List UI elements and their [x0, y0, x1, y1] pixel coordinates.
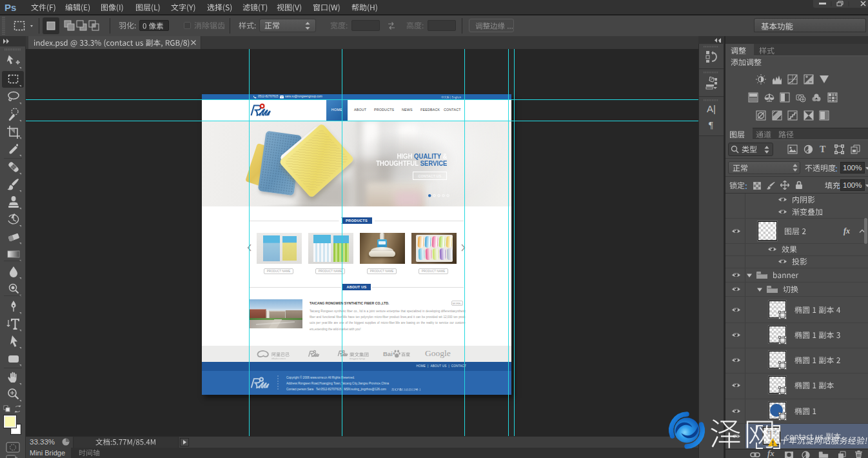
svg-text:Google: Google [425, 348, 451, 358]
svg-text:Bai: Bai [383, 350, 393, 357]
